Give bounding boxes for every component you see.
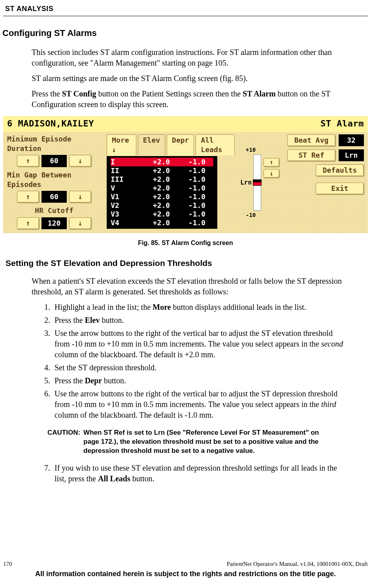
text-bold: All Leads [98, 474, 130, 483]
text: column of the blackboard. The default is… [55, 350, 215, 359]
lead-row[interactable]: V3 +2.0 -1.0 [111, 210, 213, 219]
text: column of the blackboard. The default is… [55, 411, 213, 419]
bar-top-label: +10 [246, 146, 256, 154]
defaults-button[interactable]: Defaults [316, 164, 364, 176]
list-item: Press the Depr button. [52, 375, 347, 386]
screen-title: ST Alarm [320, 118, 364, 130]
text: Highlight a lead in the list; the [55, 303, 153, 311]
text-italic: third [321, 400, 336, 409]
bar-red-mark [253, 182, 262, 186]
text: button. [130, 474, 154, 483]
lead-depr: -1.0 [178, 219, 205, 227]
lead-row[interactable]: V +2.0 -1.0 [111, 184, 213, 192]
paragraph: This section includes ST alarm configura… [32, 47, 347, 68]
min-gap-down-button[interactable]: ↓ [69, 191, 91, 203]
lead-depr: -1.0 [178, 175, 205, 184]
lead-depr: -1.0 [178, 184, 205, 192]
patient-id: 6 MADISON,KAILEY [7, 118, 94, 130]
min-episode-down-button[interactable]: ↓ [69, 155, 91, 167]
text: button. [100, 316, 124, 324]
lead-row[interactable]: V4 +2.0 -1.0 [111, 219, 213, 227]
paragraph: ST alarm settings are made on the ST Ala… [32, 73, 347, 84]
lead-depr: -1.0 [178, 210, 205, 219]
lead-elev: +2.0 [134, 175, 178, 184]
lead-name: V1 [111, 192, 134, 201]
text-italic: second [321, 339, 343, 348]
paragraph: Press the ST Config button on the Patien… [32, 89, 347, 110]
caution-block: CAUTION: When ST Ref is set to Lrn (See … [47, 428, 331, 456]
text: Press the [55, 376, 85, 385]
list-item: Set the ST depression threshold. [52, 362, 347, 373]
page-number: 170 [3, 560, 12, 568]
paragraph: When a patient's ST elevation exceeds th… [32, 276, 347, 297]
text: Use the arrow buttons to the right of th… [55, 329, 333, 348]
st-ref-value: Lrn [339, 149, 364, 161]
threshold-down-button[interactable]: ↓ [264, 169, 279, 178]
lead-row[interactable]: V2 +2.0 -1.0 [111, 201, 213, 210]
lead-elev: +2.0 [134, 192, 178, 201]
more-button[interactable]: More ↓ [107, 134, 136, 156]
lead-row[interactable]: II +2.0 -1.0 [111, 166, 213, 175]
section-heading: Configuring ST Alarms [2, 27, 371, 39]
doc-info: PatientNet Operator's Manual, v1.04, 100… [227, 560, 368, 568]
lead-table[interactable]: I +2.0 -1.0 II +2.0 -1.0 III +2.0 -1.0 [107, 156, 217, 229]
lead-depr: -1.0 [178, 192, 205, 201]
list-item: Use the arrow buttons to the right of th… [52, 388, 347, 420]
min-episode-label: Minimum Episode Duration [7, 134, 101, 154]
text: button on the Patient Settings screen th… [96, 89, 243, 98]
text-bold: ST Config [62, 89, 96, 98]
text-bold: More [153, 303, 171, 311]
subsection-heading: Setting the ST Elevation and Depression … [6, 258, 371, 269]
lead-name: II [111, 166, 134, 175]
lead-depr: -1.0 [178, 201, 205, 210]
list-item: Use the arrow buttons to the right of th… [52, 328, 347, 360]
lead-name: V3 [111, 210, 134, 219]
beat-avg-button[interactable]: Beat Avg [287, 134, 335, 146]
text: If you wish to use these ST elevation an… [55, 464, 337, 483]
lead-elev: +2.0 [134, 166, 178, 175]
lead-elev: +2.0 [134, 201, 178, 210]
footer-restriction: All information contained herein is subj… [3, 569, 368, 579]
text: button. [102, 376, 126, 385]
depr-tab[interactable]: Depr [167, 134, 194, 156]
text: Press the [55, 316, 85, 324]
min-gap-up-button[interactable]: ↑ [17, 191, 39, 203]
min-episode-value: 60 [41, 155, 67, 167]
window-titlebar: 6 MADISON,KAILEY ST Alarm [3, 116, 368, 132]
hr-cutoff-value: 120 [41, 217, 67, 229]
lead-row[interactable]: V1 +2.0 -1.0 [111, 192, 213, 201]
lead-name: III [111, 175, 134, 184]
min-episode-up-button[interactable]: ↑ [17, 155, 39, 167]
hr-cutoff-up-button[interactable]: ↑ [17, 217, 39, 229]
bar-bottom-label: -10 [246, 211, 256, 219]
list-item: Highlight a lead in the list; the More b… [52, 302, 347, 313]
lead-row-selected[interactable]: I +2.0 -1.0 [111, 158, 213, 166]
figure-st-alarm-config: 6 MADISON,KAILEY ST Alarm Minimum Episod… [3, 116, 368, 233]
figure-caption: Fig. 85. ST Alarm Config screen [0, 239, 371, 247]
lead-name: I [111, 158, 134, 166]
hr-cutoff-down-button[interactable]: ↓ [69, 217, 91, 229]
exit-button[interactable]: Exit [316, 183, 364, 194]
caution-text: When ST Ref is set to Lrn (See "Referenc… [83, 428, 331, 456]
all-leads-button[interactable]: All Leads [196, 134, 235, 156]
threshold-bar [253, 155, 261, 211]
elev-tab[interactable]: Elev [138, 134, 165, 156]
text: Use the arrow buttons to the right of th… [55, 389, 337, 409]
lead-row[interactable]: III +2.0 -1.0 [111, 175, 213, 184]
lead-depr: -1.0 [178, 166, 205, 175]
list-item: Press the Elev button. [52, 315, 347, 326]
lead-name: V [111, 184, 134, 192]
min-gap-label: Min Gap Between Episodes [7, 170, 101, 190]
min-gap-value: 60 [41, 191, 67, 203]
st-ref-button[interactable]: ST Ref [287, 149, 335, 161]
beat-avg-value: 32 [339, 134, 364, 146]
text-bold: Depr [85, 376, 102, 385]
threshold-up-button[interactable]: ↑ [264, 158, 279, 167]
lead-elev: +2.0 [134, 219, 178, 227]
running-header: ST ANALYSIS [0, 4, 371, 16]
list-item: If you wish to use these ST elevation an… [52, 463, 347, 484]
lead-elev: +2.0 [134, 184, 178, 192]
hr-cutoff-label: HR Cutoff [7, 206, 101, 215]
lead-name: V4 [111, 219, 134, 227]
lead-name: V2 [111, 201, 134, 210]
